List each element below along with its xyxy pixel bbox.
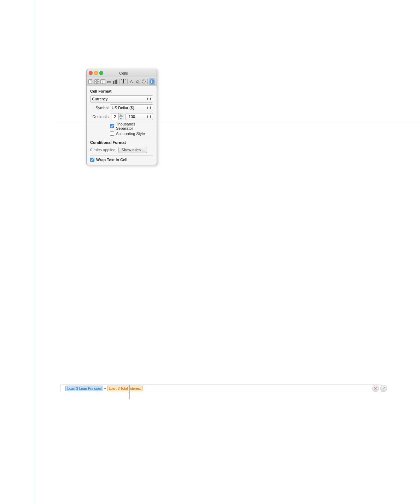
symbol-select-wrapper: US Dollar ($) Euro (€) British Pound (£)…: [110, 104, 153, 111]
toolbar-separator: [119, 79, 119, 84]
text-large-icon[interactable]: T: [120, 78, 126, 85]
grid-line-h1: [57, 115, 420, 115]
thousands-separator-checkbox[interactable]: [110, 124, 114, 128]
symbol-row: Symbol US Dollar ($) Euro (€) British Po…: [90, 104, 153, 111]
table-icon[interactable]: [100, 78, 106, 85]
cells-icon[interactable]: [94, 78, 99, 85]
thousands-separator-label: Thousands Separator: [116, 122, 153, 130]
info-icon[interactable]: i: [149, 78, 155, 85]
wrap-text-checkbox[interactable]: [90, 158, 94, 162]
conditional-format-row: 0 rules applied Show rules...: [90, 147, 153, 153]
svg-rect-8: [113, 81, 114, 84]
svg-rect-3: [95, 82, 97, 84]
decimals-input[interactable]: 2: [111, 113, 118, 120]
decimals-stepper-buttons: ▲ ▼: [118, 113, 123, 120]
format-select-wrapper: Currency Number Percentage Date Time Tex…: [90, 95, 153, 102]
svg-rect-1: [95, 80, 97, 81]
circle-select-icon[interactable]: [141, 78, 146, 85]
decimals-row: Decimals 2 ▲ ▼ -100 (100) 100- ⬆⬇: [90, 113, 153, 120]
formula-token-principal: Loan 3 Loan Principal: [65, 386, 103, 391]
symbol-select[interactable]: US Dollar ($) Euro (€) British Pound (£)…: [110, 104, 153, 111]
section-divider-2: [90, 155, 153, 156]
formula-bar: = Loan 3 Loan Principal + Loan 3 Total I…: [60, 385, 382, 392]
formula-vline-left: [129, 385, 130, 399]
cells-panel: Cells nc: [86, 69, 157, 165]
chart-bar-icon[interactable]: [112, 78, 118, 85]
grid-line-h2: [57, 122, 420, 122]
negative-format-select[interactable]: -100 (100) 100-: [126, 113, 153, 120]
wrap-text-row: Wrap Text in Cell: [90, 158, 153, 162]
formula-cancel-button[interactable]: ✕: [372, 385, 379, 392]
accounting-style-row: Accounting Style: [90, 131, 153, 136]
conditional-format-title: Conditional Format: [90, 140, 153, 145]
toolbar: nc T: [87, 77, 157, 86]
svg-rect-10: [116, 80, 117, 84]
formula-token-interest: Loan 3 Total Interest: [107, 386, 142, 391]
title-bar: Cells: [87, 69, 157, 77]
svg-rect-2: [97, 80, 99, 81]
accounting-style-label: Accounting Style: [116, 131, 145, 136]
svg-rect-0: [89, 80, 92, 84]
document-icon[interactable]: [88, 78, 93, 85]
section-divider: [90, 138, 153, 138]
cell-format-title: Cell Format: [90, 89, 153, 93]
format-row: Currency Number Percentage Date Time Tex…: [90, 95, 153, 102]
symbol-label: Symbol: [90, 106, 109, 110]
thousands-separator-row: Thousands Separator: [90, 122, 153, 130]
wrap-text-label: Wrap Text in Cell: [96, 158, 127, 162]
accounting-style-checkbox[interactable]: [110, 131, 114, 136]
close-button[interactable]: [89, 71, 93, 75]
formula-vline-right: [382, 385, 382, 399]
svg-rect-5: [101, 80, 105, 84]
decimals-stepper: 2 ▲ ▼: [111, 113, 123, 120]
format-select[interactable]: Currency Number Percentage Date Time Tex…: [90, 95, 153, 102]
panel-content: Cell Format Currency Number Percentage D…: [87, 86, 157, 165]
formula-confirm-button[interactable]: ✓: [380, 385, 387, 392]
svg-rect-4: [97, 82, 99, 84]
toolbar-separator-3: [147, 79, 148, 84]
formula-action-buttons: ✕ ✓: [372, 385, 387, 392]
window-title: Cells: [93, 71, 154, 75]
decimals-down-button[interactable]: ▼: [119, 117, 123, 120]
svg-rect-9: [115, 80, 116, 84]
formula-equals: =: [63, 386, 65, 391]
format-icon[interactable]: nc: [106, 78, 112, 85]
show-rules-button[interactable]: Show rules...: [118, 147, 147, 153]
negative-select-wrapper: -100 (100) 100- ⬆⬇: [126, 113, 153, 120]
rules-count: 0 rules applied: [90, 148, 116, 152]
paint-icon[interactable]: [135, 78, 140, 85]
vertical-line-left: [34, 0, 34, 504]
formula-plus: +: [104, 386, 106, 391]
svg-point-12: [138, 83, 139, 84]
svg-text:i: i: [151, 80, 152, 84]
toolbar-separator-2: [127, 79, 128, 84]
text-style-icon[interactable]: [129, 78, 134, 85]
